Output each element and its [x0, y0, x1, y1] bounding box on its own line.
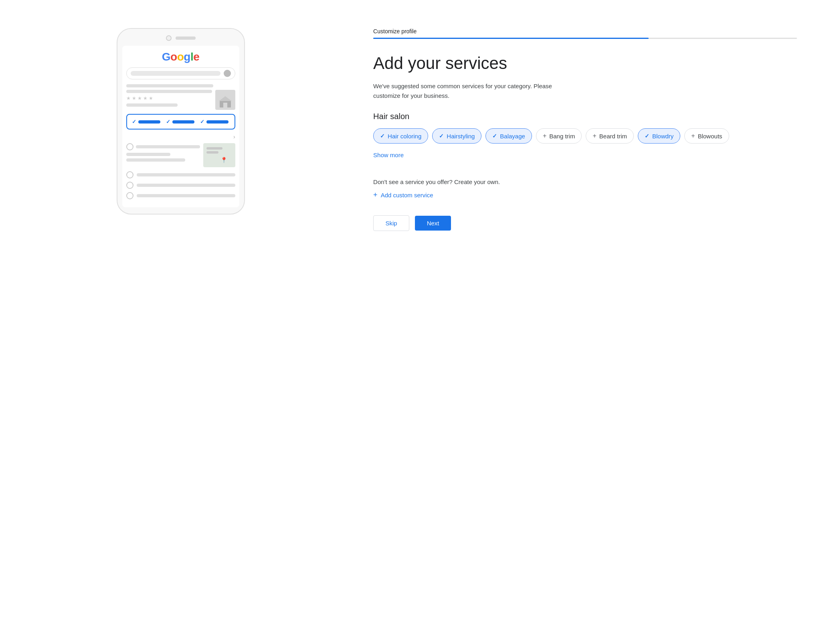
service-item: ✓ [200, 119, 229, 125]
star: ★ [138, 95, 142, 101]
skeleton-line [136, 145, 200, 148]
location-icon [126, 143, 133, 150]
stars-row: ★ ★ ★ ★ ★ [126, 95, 212, 101]
right-panel: Customize profile Add your services We'v… [361, 16, 821, 243]
add-custom-plus-icon: + [373, 191, 378, 199]
svg-rect-2 [223, 103, 227, 107]
chip-label: Hair coloring [388, 133, 421, 140]
business-card-lines: ★ ★ ★ ★ ★ [126, 90, 212, 110]
progress-bar [373, 38, 797, 39]
star: ★ [143, 95, 148, 101]
add-custom-label: Add custom service [381, 192, 433, 198]
phone-search-icon [224, 70, 231, 77]
phone-search-input [131, 71, 220, 76]
star: ★ [132, 95, 136, 101]
phone-speaker [176, 36, 196, 40]
left-panel: Google ★ ★ ★ ★ ★ [0, 16, 361, 227]
services-grid: ✓Hair coloring✓Hairstyling✓Balayage+Bang… [373, 128, 797, 144]
skeleton-line [137, 173, 235, 176]
skeleton-line [126, 90, 212, 93]
map-lines [206, 147, 222, 155]
service-chip-beard-trim[interactable]: +Beard trim [586, 128, 634, 144]
skeleton-line [126, 103, 178, 107]
progress-label: Customize profile [373, 28, 797, 34]
phone-search-bar [126, 67, 235, 79]
chevron-right-icon: › [126, 134, 235, 140]
phone-screen: Google ★ ★ ★ ★ ★ [122, 46, 239, 207]
map-line [206, 147, 222, 150]
business-card-area: ★ ★ ★ ★ ★ [126, 90, 235, 110]
category-heading: Hair salon [373, 112, 797, 121]
plus-icon: + [543, 132, 546, 140]
chip-label: Bang trim [549, 133, 575, 140]
next-button[interactable]: Next [415, 216, 451, 231]
service-chip-balayage[interactable]: ✓Balayage [485, 128, 532, 144]
progress-bar-fill [373, 38, 649, 39]
check-icon: ✓ [166, 119, 170, 125]
skeleton-line [126, 84, 214, 87]
page-title: Add your services [373, 53, 797, 73]
location-row: 📍 [126, 143, 235, 167]
chip-label: Blowdry [652, 133, 673, 140]
phone-mockup: Google ★ ★ ★ ★ ★ [117, 28, 245, 215]
button-row: Skip Next [373, 215, 797, 231]
skeleton-line [126, 153, 170, 156]
chip-label: Beard trim [599, 133, 627, 140]
map-thumbnail: 📍 [203, 143, 235, 167]
service-line [172, 120, 194, 124]
phone-top-bar [122, 35, 239, 41]
description-text: We've suggested some common services for… [373, 81, 574, 101]
phone-camera [166, 35, 172, 41]
map-line [206, 151, 218, 154]
phone-icon [126, 182, 133, 189]
check-icon: ✓ [645, 133, 649, 139]
store-icon [215, 90, 235, 110]
skeleton-line [137, 194, 235, 197]
add-custom-service-link[interactable]: + Add custom service [373, 191, 797, 199]
chip-label: Balayage [500, 133, 525, 140]
globe-icon [126, 192, 133, 199]
service-chip-hair-coloring[interactable]: ✓Hair coloring [373, 128, 428, 144]
website-row [126, 192, 235, 199]
google-logo: Google [126, 51, 235, 63]
location-lines [126, 143, 200, 167]
service-line [206, 120, 229, 124]
service-highlight-box: ✓ ✓ ✓ [126, 114, 235, 130]
hours-row [126, 171, 235, 178]
service-line [138, 120, 160, 124]
service-chip-bang-trim[interactable]: +Bang trim [536, 128, 582, 144]
svg-marker-1 [219, 96, 232, 101]
skeleton-line [137, 184, 235, 187]
service-chip-blowouts[interactable]: +Blowouts [684, 128, 729, 144]
service-row: ✓ ✓ ✓ [132, 119, 230, 125]
phone-row [126, 182, 235, 189]
check-icon: ✓ [380, 133, 385, 139]
service-item: ✓ [166, 119, 194, 125]
check-icon: ✓ [492, 133, 497, 139]
skeleton-line [126, 158, 185, 162]
check-icon: ✓ [132, 119, 136, 125]
map-pin-icon: 📍 [220, 157, 227, 163]
service-chip-blowdry[interactable]: ✓Blowdry [638, 128, 680, 144]
show-more-link[interactable]: Show more [373, 152, 404, 158]
service-item: ✓ [132, 119, 160, 125]
plus-icon: + [691, 132, 695, 140]
star: ★ [149, 95, 153, 101]
dont-see-text: Don't see a service you offer? Create yo… [373, 178, 797, 185]
clock-icon [126, 171, 133, 178]
check-icon: ✓ [200, 119, 204, 125]
check-icon: ✓ [439, 133, 444, 139]
star: ★ [126, 95, 131, 101]
plus-icon: + [592, 132, 596, 140]
skip-button[interactable]: Skip [373, 215, 409, 231]
bottom-section: 📍 [126, 143, 235, 199]
service-chip-hairstyling[interactable]: ✓Hairstyling [432, 128, 481, 144]
chip-label: Hairstyling [447, 133, 475, 140]
progress-section: Customize profile [373, 28, 797, 39]
chip-label: Blowouts [698, 133, 722, 140]
